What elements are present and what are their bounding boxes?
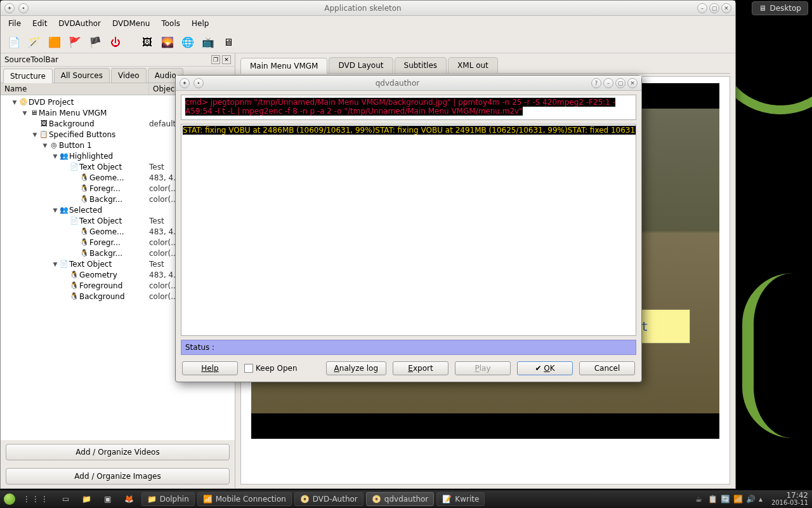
ok-button[interactable]: ✔ OK xyxy=(517,361,573,375)
tree-item-icon: 🖼 xyxy=(39,119,49,128)
log-output[interactable]: STAT: fixing VOBU at 2486MB (10609/10631… xyxy=(181,124,636,336)
menu-edit[interactable]: Edit xyxy=(27,17,52,30)
menu-help[interactable]: Help xyxy=(187,17,214,30)
grid-icon[interactable]: 🟧 xyxy=(46,34,63,50)
main-tab-xml-out[interactable]: XML out xyxy=(448,57,498,73)
side-tab-video[interactable]: Video xyxy=(111,68,147,83)
tree-item-label: Background xyxy=(79,292,149,301)
pin-icon[interactable]: • xyxy=(18,3,29,13)
tree-expander-icon[interactable]: ▼ xyxy=(51,153,59,159)
dialog-pin-icon[interactable]: • xyxy=(193,78,204,88)
monitor-icon[interactable]: 🖥 xyxy=(220,34,237,50)
tree-item-icon: 📀 xyxy=(18,98,29,106)
tree-item-icon: 📋 xyxy=(39,130,49,138)
dock-float-button[interactable]: ❐ xyxy=(211,55,220,64)
tray-updates-icon[interactable]: 🔄 xyxy=(721,495,730,504)
main-toolbar: 📄 🪄 🟧 🚩 🏴 ⏻ 🖼 🌄 🌐 📺 🖥 xyxy=(1,31,735,53)
tree-item-label: Geome... xyxy=(89,227,149,236)
command-text: cmd> jpegtopnm "/tmp/Unnamed/Main Menu V… xyxy=(185,98,615,116)
tree-item-icon: 👥 xyxy=(59,152,69,160)
dialog-appmenu-icon[interactable]: ✦ xyxy=(180,78,190,88)
task-icon: 📀 xyxy=(300,495,310,504)
tree-item-value: color(... xyxy=(149,281,178,290)
tree-header-name[interactable]: Name xyxy=(1,83,149,95)
taskbar[interactable]: ⋮⋮⋮ ▭ 📁 ▣ 🦊 📁Dolphin📶Mobile Connection📀D… xyxy=(0,490,812,508)
main-tab-dvd-layout[interactable]: DVD Layout xyxy=(329,57,393,73)
tree-expander-icon[interactable]: ▼ xyxy=(41,142,49,149)
side-tab-all-sources[interactable]: All Sources xyxy=(54,68,110,83)
tree-item-label: Foregr... xyxy=(89,184,149,193)
dock-close-button[interactable]: ✕ xyxy=(222,55,231,64)
side-tab-structure[interactable]: Structure xyxy=(3,69,53,83)
photo-icon[interactable]: 🌄 xyxy=(159,34,176,50)
start-button[interactable] xyxy=(4,493,15,505)
system-tray[interactable]: ☕ 📋 🔄 📶 🔊 ▴ 17:42 2016-03-11 xyxy=(695,491,808,506)
main-tab-main-menu-vmgm[interactable]: Main Menu VMGM xyxy=(240,58,327,74)
task-label: qdvdauthor xyxy=(384,495,429,504)
tree-expander-icon[interactable]: ▼ xyxy=(51,261,59,267)
task-kwrite[interactable]: 📝Kwrite xyxy=(436,492,485,506)
task-qdvdauthor[interactable]: 📀qdvdauthor xyxy=(366,492,435,506)
help-button[interactable]: Help xyxy=(182,361,238,375)
tree-item-label: DVD Project xyxy=(29,98,149,107)
tray-volume-icon[interactable]: 🔊 xyxy=(746,495,755,504)
maximize-button[interactable]: ▢ xyxy=(709,3,719,13)
app-titlebar[interactable]: ✦ • Application skeleton – ▢ ✕ xyxy=(1,1,735,16)
desktop-pager-label: Desktop xyxy=(770,4,802,13)
menu-dvdmenu[interactable]: DVDMenu xyxy=(107,17,155,30)
taskbar-clock[interactable]: 17:42 2016-03-11 xyxy=(771,491,808,506)
flag-red-icon[interactable]: 🚩 xyxy=(67,34,83,50)
desktop-pager-button[interactable]: 🖥 Desktop xyxy=(752,1,809,15)
menu-dvdauthor[interactable]: DVDAuthor xyxy=(53,17,106,30)
tree-expander-icon[interactable]: ▼ xyxy=(11,99,18,105)
tree-item-label: Backgr... xyxy=(89,195,149,204)
task-dvd-author[interactable]: 📀DVD-Author xyxy=(294,492,363,506)
add-videos-button[interactable]: Add / Organize Videos xyxy=(6,444,230,460)
dialog-minimize-button[interactable]: – xyxy=(603,78,613,88)
menu-file[interactable]: File xyxy=(3,17,26,30)
tree-expander-icon[interactable]: ▼ xyxy=(31,131,39,138)
tray-clipboard-icon[interactable]: 📋 xyxy=(708,495,717,504)
task-label: Kwrite xyxy=(455,495,479,504)
launcher-dolphin[interactable]: 📁 xyxy=(77,492,96,506)
tray-expand-icon[interactable]: ▴ xyxy=(759,495,768,504)
dialog-close-button[interactable]: ✕ xyxy=(627,78,638,88)
close-button[interactable]: ✕ xyxy=(721,3,731,13)
dialog-maximize-button[interactable]: ▢ xyxy=(615,78,625,88)
tray-caffeine-icon[interactable]: ☕ xyxy=(695,495,704,504)
tree-item-icon: 🐧 xyxy=(79,184,89,192)
new-icon[interactable]: 📄 xyxy=(6,34,22,50)
menu-tools[interactable]: Tools xyxy=(156,17,185,30)
dialog-title: qdvdauthor xyxy=(207,79,587,88)
tv-icon[interactable]: 📺 xyxy=(200,34,216,50)
flag-icon[interactable]: 🏴 xyxy=(87,34,103,50)
tree-item-value: color(... xyxy=(149,238,178,247)
minimize-button[interactable]: – xyxy=(697,3,707,13)
tree-item-icon: 🐧 xyxy=(69,292,79,300)
analyze-log-button[interactable]: Analyze log xyxy=(326,361,386,375)
tray-network-icon[interactable]: 📶 xyxy=(733,495,742,504)
picture-icon[interactable]: 🖼 xyxy=(139,34,155,50)
dialog-help-button[interactable]: ? xyxy=(591,78,601,88)
command-box[interactable]: cmd> jpegtopnm "/tmp/Unnamed/Main Menu V… xyxy=(181,95,636,120)
add-images-button[interactable]: Add / Organize Images xyxy=(6,468,230,485)
cancel-button[interactable]: Cancel xyxy=(579,361,635,375)
task-dolphin[interactable]: 📁Dolphin xyxy=(141,492,195,506)
globe-icon[interactable]: 🌐 xyxy=(180,34,196,50)
dialog-titlebar[interactable]: ✦ • qdvdauthor ? – ▢ ✕ xyxy=(176,76,641,91)
main-tab-subtitles[interactable]: Subtitles xyxy=(395,57,447,73)
tree-expander-icon[interactable]: ▼ xyxy=(21,110,29,116)
launcher-firefox[interactable]: 🦊 xyxy=(119,492,139,506)
show-desktop-button[interactable]: ▭ xyxy=(57,492,74,506)
tree-expander-icon[interactable]: ▼ xyxy=(51,207,59,213)
wizard-icon[interactable]: 🪄 xyxy=(26,34,43,50)
activity-switcher[interactable]: ⋮⋮⋮ xyxy=(18,492,55,506)
appmenu-icon[interactable]: ✦ xyxy=(4,3,15,13)
export-button[interactable]: Export xyxy=(393,361,449,375)
keep-open-checkbox[interactable]: Keep Open xyxy=(244,364,298,373)
power-icon[interactable]: ⏻ xyxy=(107,34,124,50)
progress-dialog: ✦ • qdvdauthor ? – ▢ ✕ cmd> jpegtopnm "/… xyxy=(175,75,642,382)
tree-item-value: color(... xyxy=(149,249,178,258)
launcher-konsole[interactable]: ▣ xyxy=(99,492,116,506)
task-mobile-connection[interactable]: 📶Mobile Connection xyxy=(197,492,292,506)
